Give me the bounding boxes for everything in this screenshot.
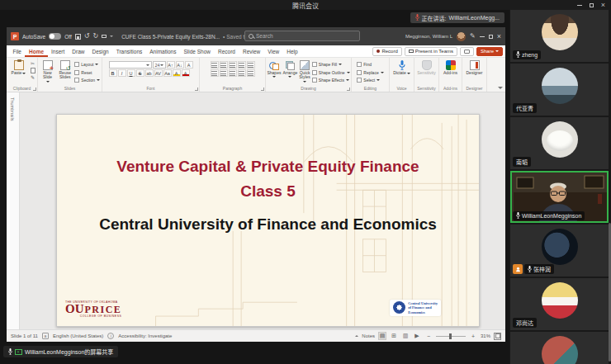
tab-slide-show[interactable]: Slide Show [180,45,215,57]
redo-icon[interactable]: ↻ [92,33,98,40]
character-spacing-button[interactable]: AV [154,69,163,77]
tab-transitions[interactable]: Transitions [112,45,146,57]
designer-button[interactable]: Designer [465,59,485,75]
new-slide-button[interactable]: New Slide [40,59,55,83]
bold-button[interactable]: B [109,69,117,77]
participant-tile[interactable]: 代亚青 [510,64,609,116]
participant-tile[interactable]: zheng [510,10,609,62]
shapes-button[interactable]: Shapes [267,59,281,78]
bullets-icon[interactable] [211,61,219,69]
save-icon[interactable] [75,34,81,40]
increase-font-icon[interactable]: A↑ [167,61,175,69]
participant-tile[interactable]: 南韬 [510,117,609,169]
font-name-select[interactable] [109,61,152,69]
tab-animations[interactable]: Animations [146,45,180,57]
zoom-slider-thumb[interactable] [449,333,452,339]
layout-button[interactable]: Layout [74,61,100,68]
tab-draw[interactable]: Draw [69,45,88,57]
quick-access-chevron-icon[interactable] [110,35,113,37]
tab-design[interactable]: Design [88,45,112,57]
clear-formatting-icon[interactable]: A [185,61,193,69]
italic-button[interactable]: I [118,69,126,77]
participant-tile[interactable] [510,332,609,364]
collapse-ribbon-icon[interactable] [498,87,503,89]
account-name[interactable]: Megginson, William L [405,34,452,39]
format-painter-icon[interactable]: ✎ [31,75,35,80]
account-avatar[interactable] [457,32,466,41]
arrange-button[interactable]: Arrange [282,59,297,78]
fit-slide-icon[interactable] [494,333,501,340]
present-icon[interactable] [102,35,107,38]
autosave-toggle[interactable] [49,33,61,40]
record-button[interactable]: Record [372,47,401,56]
participant-tile[interactable]: 张梓润 [510,225,609,277]
slideshow-icon[interactable]: ▶ [413,332,421,340]
slide-sorter-icon[interactable]: ⊞ [390,332,398,340]
participant-tile[interactable]: 邓尚达 [510,278,609,330]
maximize-icon[interactable] [590,3,594,7]
zoom-in-icon[interactable]: + [469,332,477,340]
tab-file[interactable]: File [9,45,25,57]
change-case-button[interactable]: Aa [163,69,172,77]
select-button[interactable]: Select [357,77,383,83]
dialog-launcher-icon[interactable] [261,87,264,91]
ppt-close-icon[interactable]: × [497,33,501,40]
reuse-slides-button[interactable]: Reuse Slides [57,59,73,80]
search-box[interactable] [244,31,360,41]
tab-help[interactable]: Help [283,45,301,57]
participant-tile[interactable]: WilliamLeonMegginson [510,171,609,223]
share-button[interactable]: Share [476,47,503,56]
font-color-button[interactable]: A [182,69,190,77]
shape-outline-button[interactable]: Shape Outline [312,69,350,76]
section-button[interactable]: Section [74,77,100,83]
shadow-button[interactable]: ab [145,69,154,77]
indent-decrease-icon[interactable] [229,61,237,69]
normal-view-icon[interactable]: ▤ [378,332,386,340]
tab-insert[interactable]: Insert [48,45,69,57]
align-right-icon[interactable] [229,69,237,77]
spell-check-icon[interactable]: a [42,333,49,339]
zoom-level[interactable]: 31% [481,333,490,338]
zoom-out-icon[interactable]: − [424,332,433,340]
highlight-color-button[interactable]: A [173,69,181,77]
present-in-teams-button[interactable]: Present in Teams [405,47,457,56]
pencil-icon[interactable]: ✎ [470,33,476,40]
accessibility-status[interactable]: Accessibility: Investigate [118,333,172,338]
tab-review[interactable]: Review [239,45,263,57]
justify-icon[interactable] [238,69,246,77]
shape-fill-button[interactable]: Shape Fill [312,61,350,68]
reset-button[interactable]: Reset [74,69,100,76]
slide-canvas[interactable]: Venture Capital & Private Equity Finance… [56,114,480,327]
cut-icon[interactable]: ✂ [31,61,35,66]
ppt-minimize-icon[interactable] [480,36,485,37]
close-icon[interactable]: × [601,2,605,9]
replace-button[interactable]: Replace [357,69,383,76]
decrease-font-icon[interactable]: A↓ [176,61,184,69]
font-size-select[interactable]: 24 [153,61,166,69]
dialog-launcher-icon[interactable] [347,87,350,91]
underline-button[interactable]: U [127,69,135,77]
align-center-icon[interactable] [220,69,228,77]
numbering-icon[interactable] [220,61,228,69]
tab-record[interactable]: Record [214,45,239,57]
quick-styles-button[interactable]: Quick Styles [299,59,310,83]
tab-view[interactable]: View [264,45,283,57]
dialog-launcher-icon[interactable] [195,87,198,91]
search-input[interactable] [256,33,356,39]
comments-button[interactable] [460,47,474,56]
undo-icon[interactable]: ↺ [84,33,90,40]
ppt-restore-icon[interactable] [489,35,493,39]
columns-icon[interactable] [247,69,255,77]
strikethrough-button[interactable]: S [136,69,144,77]
paste-button[interactable]: Paste [9,59,29,75]
shape-effects-button[interactable]: Shape Effects [312,77,350,83]
notes-toggle[interactable]: Notes [362,333,375,338]
zoom-slider[interactable] [436,336,466,337]
dictate-button[interactable]: Dictate [392,59,412,75]
dialog-launcher-icon[interactable] [33,87,36,91]
find-button[interactable]: Find [357,61,383,68]
copy-icon[interactable] [31,68,36,73]
indent-increase-icon[interactable] [238,61,246,69]
language-status[interactable]: English (United States) [53,333,103,338]
tab-home[interactable]: Home [25,45,47,57]
